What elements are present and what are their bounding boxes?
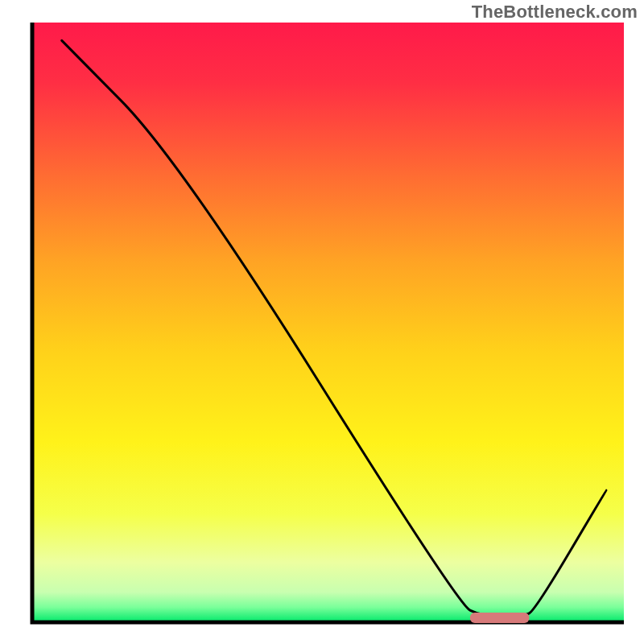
optimal-range-marker	[470, 613, 530, 623]
attribution-label: TheBottleneck.com	[472, 2, 638, 23]
plot-background	[32, 23, 624, 622]
chart-canvas	[0, 0, 644, 644]
bottleneck-chart: TheBottleneck.com	[0, 0, 644, 644]
